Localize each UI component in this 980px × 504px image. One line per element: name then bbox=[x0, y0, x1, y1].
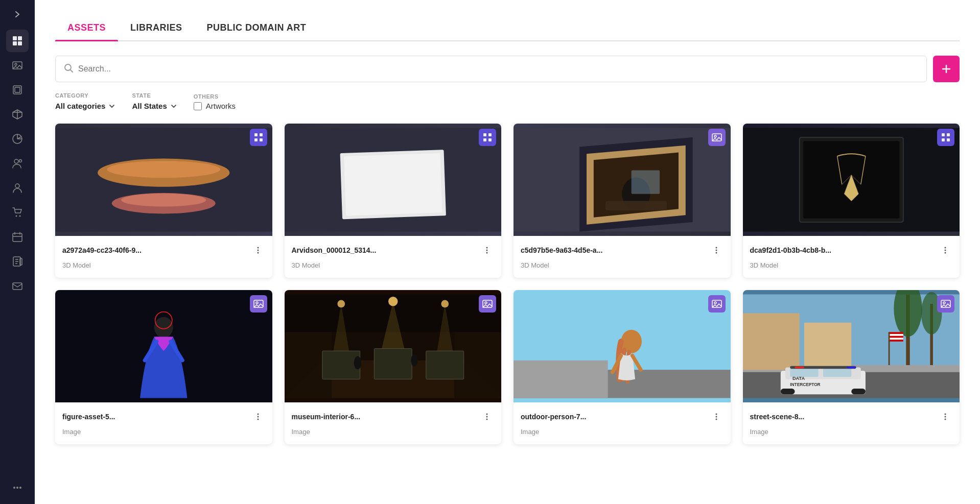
asset-menu-6[interactable] bbox=[480, 410, 494, 424]
svg-point-105 bbox=[354, 356, 361, 369]
svg-rect-39 bbox=[254, 138, 258, 141]
asset-thumbnail-svg-6 bbox=[285, 290, 502, 402]
search-box[interactable] bbox=[55, 56, 927, 82]
svg-point-12 bbox=[15, 184, 19, 188]
asset-badge-3 bbox=[708, 129, 726, 146]
svg-point-150 bbox=[945, 416, 946, 418]
asset-badge-6 bbox=[479, 295, 496, 313]
svg-point-90 bbox=[257, 419, 259, 420]
asset-card-3[interactable]: c5d97b5e-9a63-4d5e-a... 3D Model bbox=[514, 124, 731, 278]
asset-card-5[interactable]: figure-asset-5... Image bbox=[55, 290, 272, 444]
svg-point-63 bbox=[715, 247, 717, 249]
svg-rect-77 bbox=[947, 138, 950, 141]
asset-info-1: a2972a49-cc23-40f6-9... 3D Model bbox=[55, 236, 272, 278]
asset-name-6: museum-interior-6... bbox=[292, 413, 480, 421]
asset-name-1: a2972a49-cc23-40f6-9... bbox=[62, 246, 251, 254]
asset-card-4[interactable]: dca9f2d1-0b3b-4cb8-b... 3D Model bbox=[743, 124, 960, 278]
asset-card-6[interactable]: museum-interior-6... Image bbox=[285, 290, 502, 444]
sidebar-icon-more[interactable] bbox=[6, 476, 29, 499]
svg-point-120 bbox=[715, 414, 717, 415]
svg-point-111 bbox=[486, 419, 488, 420]
asset-menu-1[interactable] bbox=[251, 243, 265, 257]
svg-rect-49 bbox=[483, 138, 486, 141]
tab-assets[interactable]: ASSETS bbox=[55, 16, 118, 40]
svg-rect-7 bbox=[15, 87, 20, 92]
asset-badge-4 bbox=[937, 129, 954, 146]
asset-thumbnail-3 bbox=[514, 124, 731, 236]
asset-badge-8 bbox=[937, 295, 954, 313]
artworks-checkbox[interactable] bbox=[194, 102, 202, 110]
asset-menu-7[interactable] bbox=[709, 410, 724, 424]
asset-thumbnail-6 bbox=[285, 290, 502, 402]
asset-type-label-7: Image bbox=[521, 428, 539, 436]
sidebar bbox=[0, 0, 35, 504]
asset-name-row-2: Arvidson_000012_5314... bbox=[292, 243, 495, 257]
svg-rect-74 bbox=[942, 133, 945, 136]
asset-info-4: dca9f2d1-0b3b-4cb8-b... 3D Model bbox=[743, 236, 960, 278]
svg-point-11 bbox=[19, 160, 22, 162]
sidebar-icon-news[interactable] bbox=[6, 250, 29, 273]
add-button[interactable] bbox=[933, 56, 960, 82]
asset-menu-8[interactable] bbox=[938, 410, 952, 424]
others-filter-group: OTHERS Artworks bbox=[194, 93, 236, 110]
filters-row: CATEGORY All categories STATE All States… bbox=[55, 92, 960, 111]
tab-libraries[interactable]: LIBRARIES bbox=[118, 16, 195, 40]
asset-menu-5[interactable] bbox=[251, 410, 265, 424]
asset-card-7[interactable]: outdoor-person-7... Image bbox=[514, 290, 731, 444]
svg-point-28 bbox=[65, 64, 71, 70]
asset-card-2[interactable]: Arvidson_000012_5314... 3D Model bbox=[285, 124, 502, 278]
svg-rect-114 bbox=[514, 361, 608, 398]
tab-public-domain-art[interactable]: PUBLIC DOMAIN ART bbox=[195, 16, 319, 40]
asset-badge-7 bbox=[708, 295, 726, 313]
artworks-checkbox-label[interactable]: Artworks bbox=[194, 102, 236, 110]
svg-rect-46 bbox=[344, 153, 442, 216]
asset-menu-3[interactable] bbox=[709, 243, 724, 257]
search-row bbox=[55, 56, 960, 82]
sidebar-icon-mail[interactable] bbox=[6, 275, 29, 297]
svg-rect-47 bbox=[483, 133, 486, 136]
sidebar-icon-layers[interactable] bbox=[6, 79, 29, 101]
category-filter-select[interactable]: All categories bbox=[55, 101, 115, 111]
svg-text:DATA: DATA bbox=[792, 376, 805, 381]
category-filter-group: CATEGORY All categories bbox=[55, 92, 115, 111]
tabs-bar: ASSETS LIBRARIES PUBLIC DOMAIN ART bbox=[55, 16, 960, 41]
svg-point-42 bbox=[257, 250, 259, 251]
asset-name-row-7: outdoor-person-7... bbox=[521, 410, 724, 424]
asset-name-row-3: c5d97b5e-9a63-4d5e-a... bbox=[521, 243, 724, 257]
svg-point-109 bbox=[486, 414, 488, 415]
svg-point-25 bbox=[13, 487, 15, 489]
asset-card-8[interactable]: DATA INTERCEPTOR bbox=[743, 290, 960, 444]
svg-rect-76 bbox=[942, 138, 945, 141]
sidebar-icon-calendar[interactable] bbox=[6, 226, 29, 248]
svg-point-53 bbox=[486, 252, 488, 254]
sidebar-icon-grid[interactable] bbox=[6, 30, 29, 52]
sidebar-icon-person[interactable] bbox=[6, 177, 29, 199]
asset-thumbnail-4 bbox=[743, 124, 960, 236]
sidebar-icon-images[interactable] bbox=[6, 54, 29, 77]
asset-thumbnail-5 bbox=[55, 290, 272, 402]
search-input[interactable] bbox=[78, 64, 918, 74]
svg-rect-141 bbox=[795, 367, 804, 369]
sidebar-icon-3d[interactable] bbox=[6, 103, 29, 126]
state-filter-select[interactable]: All States bbox=[132, 101, 177, 111]
svg-rect-24 bbox=[13, 283, 22, 290]
asset-type-label-8: Image bbox=[750, 428, 768, 436]
asset-card-1[interactable]: a2972a49-cc23-40f6-9... 3D Model bbox=[55, 124, 272, 278]
svg-point-10 bbox=[14, 159, 18, 163]
sidebar-icon-chart[interactable] bbox=[6, 128, 29, 150]
asset-badge-2 bbox=[479, 129, 496, 146]
svg-rect-130 bbox=[743, 313, 800, 370]
asset-menu-4[interactable] bbox=[938, 243, 952, 257]
sidebar-icon-cart[interactable] bbox=[6, 201, 29, 224]
sidebar-toggle[interactable] bbox=[6, 5, 29, 23]
sidebar-icon-users[interactable] bbox=[6, 152, 29, 175]
svg-point-106 bbox=[411, 354, 417, 367]
svg-point-149 bbox=[945, 414, 946, 415]
asset-name-7: outdoor-person-7... bbox=[521, 413, 709, 421]
svg-rect-15 bbox=[13, 233, 22, 242]
asset-menu-2[interactable] bbox=[480, 243, 494, 257]
svg-rect-75 bbox=[947, 133, 950, 136]
category-filter-label: CATEGORY bbox=[55, 92, 115, 99]
asset-thumbnail-svg-3 bbox=[514, 124, 731, 236]
svg-point-89 bbox=[257, 416, 259, 418]
